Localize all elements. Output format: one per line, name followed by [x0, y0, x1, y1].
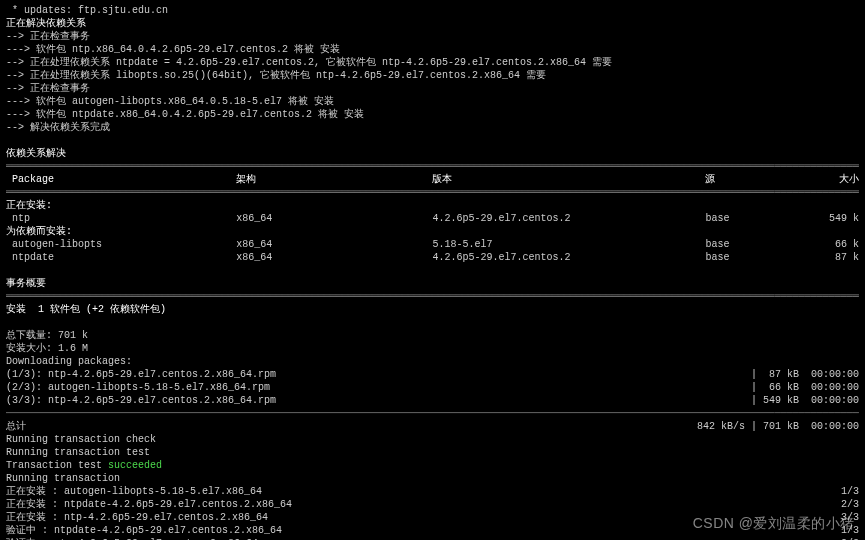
download-row: (2/3): autogen-libopts-5.18-5.el7.x86_64…: [6, 381, 859, 394]
install-summary: 安装 1 软件包 (+2 依赖软件包): [6, 303, 859, 316]
resolving-deps: 正在解决依赖关系: [6, 17, 859, 30]
check-trans: --> 正在检查事务: [6, 30, 859, 43]
table-row: ntpdate x86_64 4.2.6p5-29.el7.centos.2 b…: [6, 251, 859, 264]
blank: [6, 134, 859, 147]
mirror-line: * updates: ftp.sjtu.edu.cn: [6, 4, 859, 17]
resolving-done: --> 解决依赖关系完成: [6, 121, 859, 134]
total-line: 总计842 kB/s | 701 kB 00:00:00: [6, 420, 859, 433]
terminal-output: * updates: ftp.sjtu.edu.cn 正在解决依赖关系 --> …: [6, 4, 859, 540]
table-header: Package 架构 版本 源 大小: [6, 173, 859, 186]
hdr-arch: 架构: [236, 173, 432, 186]
step-row: 正在安装 : ntpdate-4.2.6p5-29.el7.centos.2.x…: [6, 498, 859, 511]
watermark: CSDN @爱刘温柔的小猪: [693, 517, 855, 530]
total-dl: 总下载量: 701 k: [6, 329, 859, 342]
divider: ════════════════════════════════════════…: [6, 290, 859, 303]
check-trans2: --> 正在检查事务: [6, 82, 859, 95]
trans-test: Running transaction test: [6, 446, 859, 459]
table-row: autogen-libopts x86_64 5.18-5.el7 base 6…: [6, 238, 859, 251]
hdr-ver: 版本: [432, 173, 705, 186]
installing-header: 正在安装:: [6, 199, 859, 212]
trans-test-ok: Transaction test succeeded: [6, 459, 859, 472]
install-size: 安装大小: 1.6 M: [6, 342, 859, 355]
dep-ntpdate: --> 正在处理依赖关系 ntpdate = 4.2.6p5-29.el7.ce…: [6, 56, 859, 69]
hdr-size: 大小: [799, 173, 859, 186]
divider: ════════════════════════════════════════…: [6, 186, 859, 199]
hdr-pkg: Package: [6, 173, 236, 186]
download-row: (3/3): ntp-4.2.6p5-29.el7.centos.2.x86_6…: [6, 394, 859, 407]
deps-header: 为依赖而安装:: [6, 225, 859, 238]
pkg-autogen: ---> 软件包 autogen-libopts.x86_64.0.5.18-5…: [6, 95, 859, 108]
step-row: 正在安装 : autogen-libopts-5.18-5.el7.x86_64…: [6, 485, 859, 498]
pkg-ntp: ---> 软件包 ntp.x86_64.0.4.2.6p5-29.el7.cen…: [6, 43, 859, 56]
table-row: ntp x86_64 4.2.6p5-29.el7.centos.2 base …: [6, 212, 859, 225]
divider: ════════════════════════════════════════…: [6, 160, 859, 173]
trans-check: Running transaction check: [6, 433, 859, 446]
divider: ────────────────────────────────────────…: [6, 407, 859, 420]
package-table: Package 架构 版本 源 大小: [6, 173, 859, 186]
hdr-repo: 源: [705, 173, 799, 186]
dep-libopts: --> 正在处理依赖关系 libopts.so.25()(64bit), 它被软…: [6, 69, 859, 82]
trans-running: Running transaction: [6, 472, 859, 485]
dep-solved: 依赖关系解决: [6, 147, 859, 160]
download-row: (1/3): ntp-4.2.6p5-29.el7.centos.2.x86_6…: [6, 368, 859, 381]
downloading: Downloading packages:: [6, 355, 859, 368]
summary-header: 事务概要: [6, 277, 859, 290]
pkg-ntpdate: ---> 软件包 ntpdate.x86_64.0.4.2.6p5-29.el7…: [6, 108, 859, 121]
